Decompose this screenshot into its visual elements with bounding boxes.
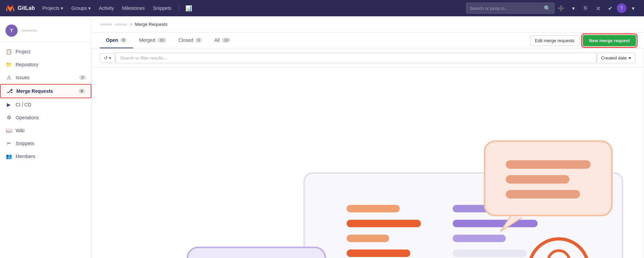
nav-chart-icon[interactable]: 📊 [183, 3, 194, 14]
svg-rect-26 [506, 190, 580, 199]
ci-cd-icon: ▶ [5, 102, 12, 108]
tab-closed[interactable]: Closed 0 [172, 33, 208, 48]
user-avatar[interactable]: T [617, 3, 626, 13]
gitlab-logo[interactable]: GitLab [5, 3, 35, 13]
svg-rect-12 [347, 250, 410, 257]
chevron-down-icon: ▾ [61, 5, 63, 11]
nav-clone-icon[interactable]: ⎘ [580, 3, 591, 14]
filter-bar: ↺ ▾ Created date ▾ [92, 49, 644, 68]
nav-milestones[interactable]: Milestones [119, 3, 148, 13]
breadcrumb-current: Merge Requests [135, 22, 167, 27]
sidebar-item-operations[interactable]: ⚙ Operations [0, 111, 91, 124]
sidebar-item-merge-requests[interactable]: ⎇ Merge Requests 0 [0, 84, 91, 98]
sidebar-item-ci-cd[interactable]: ▶ CI / CD [0, 98, 91, 111]
avatar: T [5, 24, 18, 37]
svg-rect-9 [347, 205, 400, 212]
nav-avatar-dropdown[interactable]: ▾ [628, 3, 639, 14]
chevron-down-icon: ▾ [629, 55, 631, 61]
reset-icon: ↺ [104, 55, 108, 61]
filter-reset-button[interactable]: ↺ ▾ [100, 53, 115, 63]
empty-state [92, 68, 644, 258]
filter-search-input[interactable] [115, 53, 597, 63]
nav-check-icon[interactable]: ✔ [605, 3, 615, 14]
edit-merge-requests-button[interactable]: Edit merge requests [530, 35, 579, 46]
repository-icon: 📁 [5, 62, 12, 68]
operations-icon: ⚙ [5, 115, 12, 121]
search-input[interactable] [470, 6, 541, 11]
merge-requests-icon: ⎇ [6, 88, 13, 94]
chevron-down-icon: ▾ [88, 5, 91, 11]
nav-divider [179, 4, 179, 12]
svg-rect-10 [347, 220, 421, 227]
svg-rect-24 [506, 160, 591, 169]
nav-plus-icon[interactable]: ➕ [556, 3, 567, 14]
main-content: > Merge Requests Open 0 Merged 10 Closed… [92, 16, 644, 258]
breadcrumb-group [100, 23, 112, 25]
issues-badge: 0 [79, 75, 86, 80]
sidebar: T 📋 Project 📁 Repository ⚠ Issues 0 ⎇ Me… [0, 16, 92, 258]
sidebar-item-wiki[interactable]: 📖 Wiki [0, 124, 91, 137]
nav-groups[interactable]: Groups ▾ [68, 3, 94, 13]
breadcrumb: > Merge Requests [92, 16, 644, 33]
chevron-down-icon: ▾ [109, 55, 111, 61]
tab-all[interactable]: All 10 [208, 33, 237, 48]
project-icon: 📋 [5, 49, 12, 55]
svg-rect-18 [453, 220, 538, 227]
global-search[interactable]: 🔍 [466, 3, 554, 14]
user-name-placeholder [21, 30, 37, 32]
issues-icon: ⚠ [5, 74, 12, 81]
tab-merged[interactable]: Merged 10 [133, 33, 172, 48]
wiki-icon: 📖 [5, 127, 12, 134]
tab-all-count: 10 [222, 38, 231, 42]
nav-dropdown-icon[interactable]: ▾ [568, 3, 579, 14]
content-area: ↺ ▾ Created date ▾ [92, 49, 644, 258]
tabs-row: Open 0 Merged 10 Closed 0 All 10 Edit me… [92, 33, 644, 49]
sidebar-item-project[interactable]: 📋 Project [0, 45, 91, 58]
new-merge-request-button[interactable]: New merge request [583, 35, 636, 46]
breadcrumb-separator: > [130, 22, 132, 27]
tab-merged-count: 10 [157, 38, 166, 42]
sidebar-user: T [0, 22, 91, 42]
nav-snippets[interactable]: Snippets [149, 3, 174, 13]
breadcrumb-project [115, 23, 127, 25]
members-icon: 👥 [5, 153, 12, 159]
sidebar-item-members[interactable]: 👥 Members [0, 150, 91, 163]
logo-text: GitLab [18, 5, 35, 11]
tab-closed-count: 0 [195, 38, 202, 42]
search-icon: 🔍 [544, 5, 551, 12]
nav-merge-icon[interactable]: ⤮ [592, 3, 603, 14]
svg-rect-19 [453, 235, 506, 242]
svg-rect-25 [506, 175, 570, 184]
svg-rect-11 [347, 235, 389, 242]
nav-activity[interactable]: Activity [95, 3, 117, 13]
sidebar-item-issues[interactable]: ⚠ Issues 0 [0, 71, 91, 84]
nav-projects[interactable]: Projects ▾ [39, 3, 67, 13]
svg-rect-29 [187, 247, 325, 258]
sidebar-item-repository[interactable]: 📁 Repository [0, 58, 91, 71]
sidebar-item-snippets[interactable]: ✂ Snippets [0, 137, 91, 150]
svg-rect-20 [453, 250, 527, 257]
snippets-icon: ✂ [5, 140, 12, 147]
merge-requests-badge: 0 [78, 89, 85, 93]
top-navigation: GitLab Projects ▾ Groups ▾ Activity Mile… [0, 0, 644, 16]
tab-open-count: 0 [120, 38, 127, 42]
tab-open[interactable]: Open 0 [100, 33, 133, 48]
sort-dropdown[interactable]: Created date ▾ [597, 53, 636, 63]
